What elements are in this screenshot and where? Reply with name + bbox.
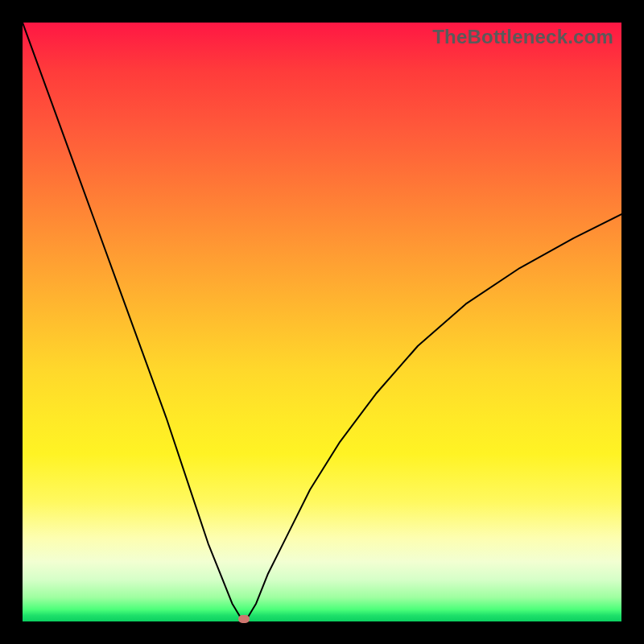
plot-area: TheBottleneck.com bbox=[23, 23, 621, 621]
minimum-marker bbox=[238, 615, 250, 623]
bottleneck-curve bbox=[23, 23, 621, 618]
chart-frame: TheBottleneck.com bbox=[0, 0, 644, 644]
curve-svg bbox=[23, 23, 621, 621]
